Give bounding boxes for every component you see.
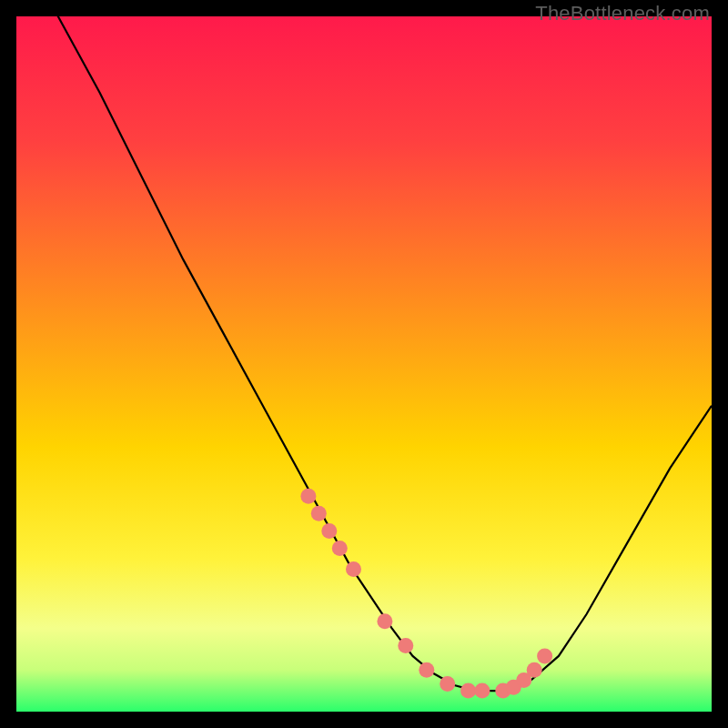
bottleneck-chart xyxy=(16,16,712,712)
marker-point xyxy=(311,506,327,521)
marker-point xyxy=(346,561,361,577)
marker-point xyxy=(332,541,348,556)
marker-point xyxy=(419,662,434,678)
marker-point xyxy=(321,523,337,539)
chart-frame xyxy=(16,16,712,712)
marker-point xyxy=(440,676,455,692)
watermark-text: TheBottleneck.com xyxy=(535,2,710,25)
marker-point xyxy=(537,648,552,663)
marker-point xyxy=(474,683,490,699)
gradient-background xyxy=(16,16,712,712)
marker-point xyxy=(460,683,476,699)
marker-point xyxy=(300,489,316,504)
marker-point xyxy=(398,638,413,653)
marker-point xyxy=(377,613,392,629)
marker-point xyxy=(527,662,542,678)
